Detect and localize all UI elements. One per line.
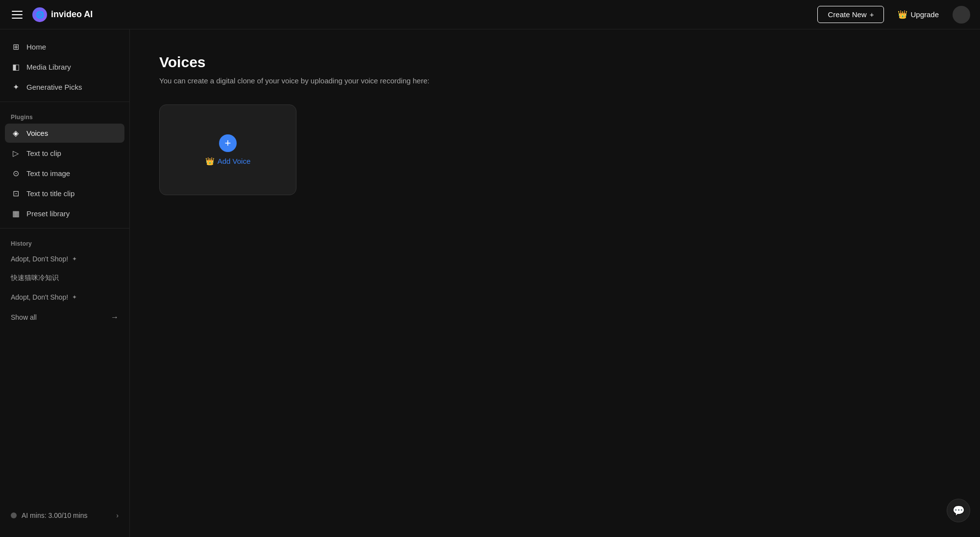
sidebar-divider-1 [0, 102, 129, 102]
ai-mins-row[interactable]: AI mins: 3.00/10 mins › [5, 507, 124, 524]
sidebar-item-text-to-clip[interactable]: ▷ Text to clip [5, 144, 124, 163]
upgrade-button[interactable]: 👑 Upgrade [890, 6, 947, 23]
preset-library-icon: ▦ [11, 209, 21, 218]
ai-mins-left: AI mins: 3.00/10 mins [11, 511, 88, 519]
hamburger-menu[interactable] [10, 9, 24, 21]
sidebar-item-text-to-image-label: Text to image [26, 169, 70, 178]
create-new-button[interactable]: Create New + [817, 6, 884, 23]
arrow-right-icon: → [111, 313, 119, 322]
sidebar-item-preset-library-label: Preset library [26, 209, 70, 218]
text-to-clip-icon: ▷ [11, 149, 21, 158]
add-voice-label: 👑 Add Voice [205, 157, 251, 166]
chevron-right-icon: › [116, 511, 119, 519]
plugins-section-label: Plugins [0, 107, 129, 124]
header: 🌐 invideo AI Create New + 👑 Upgrade [0, 0, 980, 29]
logo-area: 🌐 invideo AI [32, 7, 93, 22]
sidebar-item-home-label: Home [26, 43, 46, 51]
history-item-label-0: Adopt, Don't Shop! [11, 255, 68, 263]
sidebar-item-voices[interactable]: ◈ Voices [5, 124, 124, 143]
history-item-1[interactable]: 快速猫咪冷知识 [5, 269, 124, 287]
logo-text: invideo AI [51, 9, 93, 20]
sidebar-nav: ⊞ Home ◧ Media Library ✦ Generative Pick… [0, 37, 129, 97]
add-voice-crown-icon: 👑 [205, 157, 215, 166]
sidebar-divider-2 [0, 228, 129, 229]
header-right: Create New + 👑 Upgrade [817, 6, 970, 24]
sidebar-item-generative-picks-label: Generative Picks [26, 83, 82, 91]
logo-icon: 🌐 [32, 7, 47, 22]
sidebar-item-text-to-title-clip-label: Text to title clip [26, 189, 74, 198]
add-voice-card[interactable]: + 👑 Add Voice [159, 104, 296, 195]
text-to-image-icon: ⊙ [11, 169, 21, 178]
history-item-0[interactable]: Adopt, Don't Shop! ✦ [5, 250, 124, 268]
generative-picks-icon: ✦ [11, 82, 21, 92]
voices-icon: ◈ [11, 128, 21, 138]
ai-mins-label: AI mins: 3.00/10 mins [22, 511, 88, 519]
star-icon-0: ✦ [72, 256, 77, 262]
sidebar-item-text-to-clip-label: Text to clip [26, 149, 61, 157]
sidebar-item-media-library-label: Media Library [26, 63, 71, 71]
sidebar-item-text-to-title-clip[interactable]: ⊡ Text to title clip [5, 184, 124, 203]
sidebar-item-media-library[interactable]: ◧ Media Library [5, 57, 124, 77]
sidebar-item-voices-label: Voices [26, 129, 48, 137]
ai-mins-dot-icon [11, 512, 17, 518]
sidebar-footer: AI mins: 3.00/10 mins › [0, 507, 129, 529]
plugins-nav: ◈ Voices ▷ Text to clip ⊙ Text to image … [0, 124, 129, 223]
star-icon-2: ✦ [72, 294, 77, 301]
avatar[interactable] [953, 6, 970, 24]
sidebar-item-generative-picks[interactable]: ✦ Generative Picks [5, 77, 124, 97]
page-subtitle: You can create a digital clone of your v… [159, 77, 951, 85]
crown-icon: 👑 [898, 10, 907, 19]
main-content: Voices You can create a digital clone of… [130, 29, 980, 537]
main-layout: ⊞ Home ◧ Media Library ✦ Generative Pick… [0, 29, 980, 537]
sidebar: ⊞ Home ◧ Media Library ✦ Generative Pick… [0, 29, 130, 537]
page-title: Voices [159, 54, 951, 71]
text-to-title-clip-icon: ⊡ [11, 189, 21, 198]
history-item-label-2: Adopt, Don't Shop! [11, 293, 68, 301]
sidebar-item-text-to-image[interactable]: ⊙ Text to image [5, 164, 124, 183]
show-all-label: Show all [11, 313, 37, 321]
sidebar-item-home[interactable]: ⊞ Home [5, 37, 124, 56]
header-left: 🌐 invideo AI [10, 7, 93, 22]
history-item-2[interactable]: Adopt, Don't Shop! ✦ [5, 288, 124, 306]
chat-fab-button[interactable]: 💬 [947, 499, 970, 522]
chat-icon: 💬 [953, 505, 965, 516]
sidebar-item-preset-library[interactable]: ▦ Preset library [5, 204, 124, 223]
home-icon: ⊞ [11, 42, 21, 51]
add-voice-plus-icon: + [219, 134, 237, 152]
history-section-label: History [0, 233, 129, 250]
show-all-row[interactable]: Show all → [0, 308, 129, 327]
history-item-label-1: 快速猫咪冷知识 [11, 274, 59, 282]
voices-grid: + 👑 Add Voice [159, 104, 951, 195]
history-list: Adopt, Don't Shop! ✦ 快速猫咪冷知识 Adopt, Don'… [0, 250, 129, 306]
media-library-icon: ◧ [11, 62, 21, 72]
